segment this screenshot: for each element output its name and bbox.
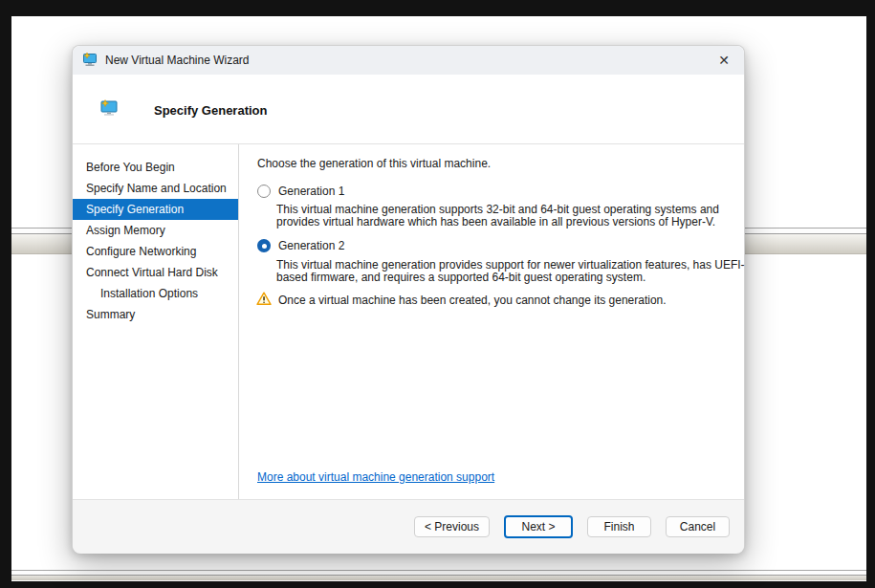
wizard-header: Specify Generation bbox=[73, 75, 744, 143]
sidebar-step-assign-memory[interactable]: Assign Memory bbox=[73, 220, 238, 241]
sidebar-step-configure-networking[interactable]: Configure Networking bbox=[73, 241, 238, 262]
sidebar-step-summary[interactable]: Summary bbox=[73, 304, 238, 325]
page-content: Choose the generation of this virtual ma… bbox=[239, 144, 746, 499]
page-icon bbox=[99, 98, 119, 120]
background-bottom-edge bbox=[11, 570, 866, 580]
generation-1-description: This virtual machine generation supports… bbox=[276, 204, 760, 229]
sidebar-step-specify-generation[interactable]: Specify Generation bbox=[73, 199, 238, 220]
warning-text: Once a virtual machine has been created,… bbox=[278, 294, 667, 307]
desktop: New Virtual Machine Wizard ✕ Specify Gen… bbox=[0, 0, 875, 588]
new-vm-wizard-dialog: New Virtual Machine Wizard ✕ Specify Gen… bbox=[72, 45, 745, 553]
wizard-steps: Before You BeginSpecify Name and Locatio… bbox=[73, 144, 239, 499]
sidebar-step-installation-options[interactable]: Installation Options bbox=[73, 283, 238, 304]
window-title: New Virtual Machine Wizard bbox=[105, 54, 250, 67]
generation-1-label[interactable]: Generation 1 bbox=[278, 185, 344, 198]
more-info-link[interactable]: More about virtual machine generation su… bbox=[257, 470, 494, 484]
warning-icon bbox=[256, 292, 272, 309]
finish-button[interactable]: Finish bbox=[587, 516, 651, 537]
previous-button[interactable]: < Previous bbox=[414, 516, 490, 537]
cancel-button[interactable]: Cancel bbox=[666, 516, 730, 537]
intro-text: Choose the generation of this virtual ma… bbox=[257, 157, 491, 170]
next-button[interactable]: Next > bbox=[504, 515, 573, 538]
generation-1-radio[interactable] bbox=[257, 185, 271, 198]
generation-2-label[interactable]: Generation 2 bbox=[278, 239, 344, 252]
wizard-app-icon bbox=[82, 52, 98, 70]
sidebar-step-before-you-begin[interactable]: Before You Begin bbox=[73, 157, 238, 178]
generation-2-description: This virtual machine generation provides… bbox=[276, 259, 760, 284]
wizard-footer: < PreviousNext >FinishCancel bbox=[73, 499, 744, 554]
generation-1-option[interactable]: Generation 1 bbox=[257, 185, 344, 198]
generation-2-radio[interactable] bbox=[257, 239, 271, 252]
generation-warning: Once a virtual machine has been created,… bbox=[256, 292, 667, 309]
sidebar-step-connect-virtual-hard-disk[interactable]: Connect Virtual Hard Disk bbox=[73, 262, 238, 283]
close-icon[interactable]: ✕ bbox=[713, 50, 734, 71]
titlebar[interactable]: New Virtual Machine Wizard ✕ bbox=[73, 46, 744, 75]
page-title: Specify Generation bbox=[154, 103, 267, 118]
sidebar-step-specify-name-and-location[interactable]: Specify Name and Location bbox=[73, 178, 238, 199]
generation-2-option[interactable]: Generation 2 bbox=[257, 239, 344, 252]
